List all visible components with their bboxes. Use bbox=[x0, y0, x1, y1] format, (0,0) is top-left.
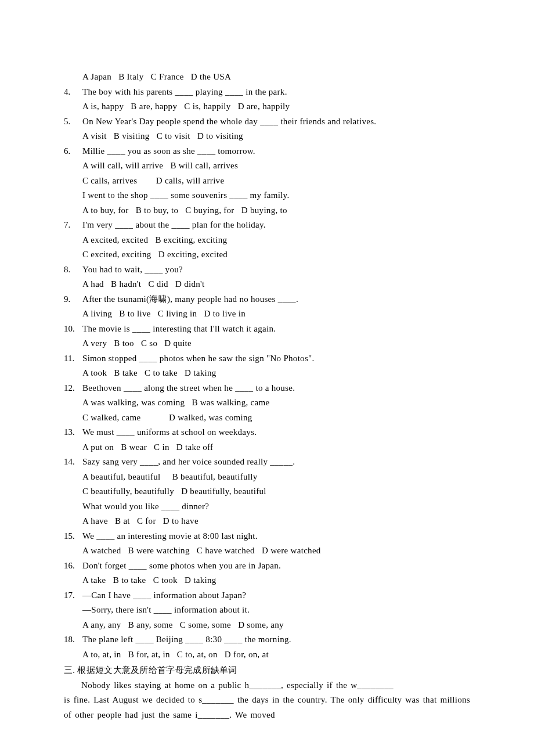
question-options: A take B to take C took D taking bbox=[64, 573, 470, 588]
question-options: A living B to live C living in D to live… bbox=[64, 307, 470, 322]
question-number: 12. bbox=[64, 381, 82, 396]
question-number: 11. bbox=[64, 351, 82, 366]
question-text: I'm very ____ about the ____ plan for th… bbox=[82, 218, 470, 233]
question-extra: What would you like ____ dinner? bbox=[64, 499, 470, 514]
question-options: A any, any B any, some C some, some D so… bbox=[64, 618, 470, 633]
question-text: Beethoven ____ along the street when he … bbox=[82, 381, 470, 396]
question-number: 13. bbox=[64, 425, 82, 440]
question-options: A visit B visiting C to visit D to visit… bbox=[64, 129, 470, 144]
question-5: 5. On New Year's Day people spend the wh… bbox=[64, 114, 470, 129]
question-number: 4. bbox=[64, 85, 82, 100]
question-number: 7. bbox=[64, 218, 82, 233]
question-number: 15. bbox=[64, 529, 82, 544]
question-text: We ____ an interesting movie at 8:00 las… bbox=[82, 529, 470, 544]
question-12: 12. Beethoven ____ along the street when… bbox=[64, 381, 470, 396]
question-options: C excited, exciting D exciting, excited bbox=[64, 247, 470, 262]
question-options: A have B at C for D to have bbox=[64, 514, 470, 529]
question-text: Millie ____ you as soon as she ____ tomo… bbox=[82, 144, 470, 159]
question-text: —Can I have ____ information about Japan… bbox=[82, 588, 470, 603]
question-text: The boy with his parents ____ playing __… bbox=[82, 85, 470, 100]
question-options: C beautifully, beautifully D beautifully… bbox=[64, 484, 470, 499]
question-options: A was walking, was coming B was walking,… bbox=[64, 395, 470, 411]
question-18: 18. The plane left ____ Beijing ____ 8:3… bbox=[64, 632, 470, 647]
question-14: 14. Sazy sang very ____, and her voice s… bbox=[64, 455, 470, 470]
question-text: You had to wait, ____ you? bbox=[82, 262, 470, 278]
question-text: Don't forget ____ some photos when you a… bbox=[82, 559, 470, 574]
question-4: 4. The boy with his parents ____ playing… bbox=[64, 85, 470, 100]
question-7: 7. I'm very ____ about the ____ plan for… bbox=[64, 218, 470, 233]
question-6: 6. Millie ____ you as soon as she ____ t… bbox=[64, 144, 470, 159]
question-options: C calls, arrives D calls, will arrive bbox=[64, 174, 470, 189]
question-11: 11. Simon stopped ____ photos when he sa… bbox=[64, 351, 470, 366]
question-options: A to buy, for B to buy, to C buying, for… bbox=[64, 203, 470, 218]
question-15: 15. We ____ an interesting movie at 8:00… bbox=[64, 529, 470, 544]
question-number: 6. bbox=[64, 144, 82, 159]
question-text: We must ____ uniforms at school on weekd… bbox=[82, 425, 470, 440]
question-text: Sazy sang very ____, and her voice sound… bbox=[82, 455, 470, 470]
question-number: 9. bbox=[64, 292, 82, 307]
question-text: On New Year's Day people spend the whole… bbox=[82, 114, 470, 129]
question-options: A will call, will arrive B will call, ar… bbox=[64, 159, 470, 174]
question-13: 13. We must ____ uniforms at school on w… bbox=[64, 425, 470, 440]
question-options: A beautiful, beautiful B beautiful, beau… bbox=[64, 470, 470, 485]
question-options: A is, happy B are, happy C is, happily D… bbox=[64, 99, 470, 114]
question-options: A very B too C so D quite bbox=[64, 336, 470, 351]
question-number: 17. bbox=[64, 588, 82, 603]
question-line2: —Sorry, there isn't ____ information abo… bbox=[64, 603, 470, 618]
question-text: The movie is ____ interesting that I'll … bbox=[82, 322, 470, 337]
question-17: 17. —Can I have ____ information about J… bbox=[64, 588, 470, 603]
question-9: 9. After the tsunami(海啸), many people ha… bbox=[64, 292, 470, 307]
question-number: 18. bbox=[64, 632, 82, 647]
question-options: A took B take C to take D taking bbox=[64, 366, 470, 381]
passage-line-1: Nobody likes staying at home on a public… bbox=[64, 678, 470, 693]
question-10: 10. The movie is ____ interesting that I… bbox=[64, 322, 470, 337]
document-page: A Japan B Italy C France D the USA 4. Th… bbox=[0, 0, 534, 756]
section-3-heading: 三. 根据短文大意及所给首字母完成所缺单词 bbox=[64, 663, 470, 678]
question-options: A had B hadn't C did D didn't bbox=[64, 277, 470, 292]
question-number: 5. bbox=[64, 114, 82, 129]
passage-line-2: is fine. Last August we decided to s____… bbox=[64, 693, 470, 722]
question-number: 14. bbox=[64, 455, 82, 470]
question-number: 10. bbox=[64, 322, 82, 337]
question-options: A excited, excited B exciting, exciting bbox=[64, 233, 470, 248]
question-8: 8. You had to wait, ____ you? bbox=[64, 262, 470, 278]
question-options: C walked, came D walked, was coming bbox=[64, 411, 470, 426]
question-extra: I went to the shop ____ some souvenirs _… bbox=[64, 188, 470, 203]
question-options: A to, at, in B for, at, in C to, at, on … bbox=[64, 647, 470, 663]
question-options-top: A Japan B Italy C France D the USA bbox=[64, 70, 470, 85]
question-options: A watched B were watching C have watched… bbox=[64, 543, 470, 559]
question-text: After the tsunami(海啸), many people had n… bbox=[82, 292, 470, 307]
question-number: 8. bbox=[64, 262, 82, 278]
question-text: Simon stopped ____ photos when he saw th… bbox=[82, 351, 470, 366]
question-16: 16. Don't forget ____ some photos when y… bbox=[64, 559, 470, 574]
question-options: A put on B wear C in D take off bbox=[64, 440, 470, 455]
question-text: The plane left ____ Beijing ____ 8:30 __… bbox=[82, 632, 470, 647]
question-number: 16. bbox=[64, 559, 82, 574]
